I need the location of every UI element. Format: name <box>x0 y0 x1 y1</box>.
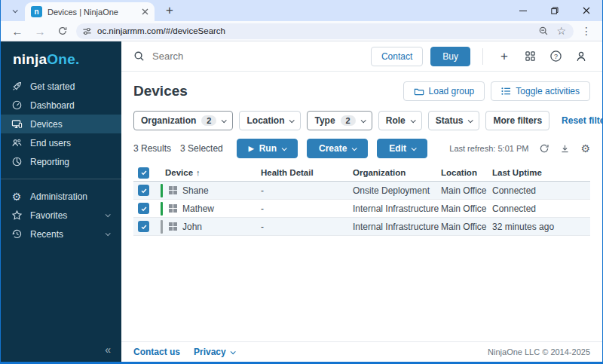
ninjaone-logo: ninjaOne. <box>1 41 121 77</box>
filter-type[interactable]: Type 2 <box>307 111 372 130</box>
dashboard-icon <box>11 99 23 111</box>
health-status-bar <box>161 202 163 216</box>
folder-icon <box>414 87 424 96</box>
run-button[interactable]: ▶ Run <box>237 139 298 158</box>
more-filters-button[interactable]: More filters <box>485 111 549 130</box>
app-top-bar: Contact Buy + ? <box>121 41 602 72</box>
sidebar-item-administration[interactable]: ⚙ Administration <box>1 187 121 206</box>
back-icon[interactable]: ← <box>8 22 26 40</box>
edit-button[interactable]: Edit <box>377 139 427 158</box>
table-header-row: Device ↑ Health Detail Organization Loca… <box>133 164 590 182</box>
forward-icon[interactable]: → <box>31 22 49 40</box>
tab-title: Devices | NinjaOne <box>47 8 136 17</box>
table-settings-gear-icon[interactable]: ⚙ <box>580 142 590 154</box>
chevron-down-icon <box>230 349 235 354</box>
sidebar-item-get-started[interactable]: Get started <box>1 77 121 96</box>
page-title: Devices <box>133 83 397 99</box>
last-uptime-cell: Connected <box>492 185 590 196</box>
column-header-health-detail[interactable]: Health Detail <box>261 168 353 177</box>
selected-count: 3 Selected <box>180 143 223 154</box>
filter-organization[interactable]: Organization 2 <box>133 111 233 130</box>
chevron-down-icon <box>222 118 227 123</box>
location-cell: Main Office <box>441 222 492 232</box>
filter-status[interactable]: Status <box>428 111 480 130</box>
location-cell: Main Office <box>441 203 492 214</box>
add-icon[interactable]: + <box>495 47 513 66</box>
footer: Contact us Privacy NinjaOne LLC © 2014-2… <box>121 341 602 362</box>
browser-tab[interactable]: n Devices | NinjaOne <box>25 2 155 21</box>
column-header-device[interactable]: Device ↑ <box>161 168 261 177</box>
column-header-last-uptime[interactable]: Last Uptime <box>492 168 590 177</box>
select-all-checkbox[interactable] <box>138 167 149 179</box>
column-header-location[interactable]: Location <box>441 168 492 177</box>
filter-location[interactable]: Location <box>239 111 301 130</box>
chevron-down-icon <box>360 118 366 123</box>
gear-icon: ⚙ <box>11 191 23 203</box>
contact-us-link[interactable]: Contact us <box>133 347 180 357</box>
end-users-icon <box>11 137 23 148</box>
sidebar-item-reporting[interactable]: Reporting <box>1 152 121 171</box>
contact-button[interactable]: Contact <box>371 47 423 66</box>
sort-ascending-icon: ↑ <box>196 168 200 177</box>
activity-list-icon <box>501 87 511 96</box>
privacy-link[interactable]: Privacy <box>194 347 234 357</box>
site-settings-icon[interactable] <box>82 26 92 36</box>
organization-cell: Internal Infrastructure <box>353 203 441 214</box>
table-row[interactable]: Shane - Onsite Deployment Main Office Co… <box>133 182 590 200</box>
ninjaone-favicon: n <box>31 6 42 17</box>
tab-close-icon[interactable] <box>142 8 148 15</box>
bookmark-star-icon[interactable]: ☆ <box>556 25 566 37</box>
device-name: John <box>182 222 202 232</box>
row-checkbox[interactable] <box>138 221 149 232</box>
sidebar-item-end-users[interactable]: End users <box>1 133 121 152</box>
sidebar-item-dashboard[interactable]: Dashboard <box>1 96 121 115</box>
new-tab-button[interactable]: + <box>161 2 179 20</box>
row-checkbox[interactable] <box>138 185 149 196</box>
download-icon[interactable] <box>560 144 570 154</box>
copyright-text: NinjaOne LLC © 2014-2025 <box>488 347 590 356</box>
create-button[interactable]: Create <box>307 139 368 158</box>
chevron-down-icon <box>412 145 417 151</box>
reload-icon[interactable] <box>54 22 72 40</box>
reset-filters-link[interactable]: Reset filters <box>562 115 603 126</box>
chrome-menu-icon[interactable]: ⋮ <box>578 25 595 37</box>
sidebar-divider <box>1 179 121 179</box>
chevron-down-icon <box>410 118 415 123</box>
sidebar-item-recents[interactable]: Recents <box>1 225 121 243</box>
health-detail-cell: - <box>261 222 353 232</box>
table-row[interactable]: Mathew - Internal Infrastructure Main Of… <box>133 200 590 218</box>
zoom-icon[interactable] <box>538 26 549 36</box>
address-bar[interactable]: oc.ninjarmm.com/#/deviceSearch ☆ <box>76 23 574 39</box>
help-icon[interactable]: ? <box>546 47 565 66</box>
toggle-activities-button[interactable]: Toggle activities <box>491 81 590 101</box>
apps-grid-icon[interactable] <box>521 47 539 66</box>
filter-role[interactable]: Role <box>378 111 422 130</box>
table-row[interactable]: John - Internal Infrastructure Main Offi… <box>133 218 590 236</box>
collapse-sidebar-icon[interactable]: « <box>1 338 121 362</box>
buy-button[interactable]: Buy <box>430 47 470 66</box>
address-bar-row: ← → oc.ninjarmm.com/#/deviceSearch ☆ ⋮ <box>1 21 602 41</box>
tab-search-chevron-icon[interactable] <box>5 2 23 20</box>
account-icon[interactable] <box>572 47 590 66</box>
star-icon <box>11 210 23 221</box>
search-icon <box>133 50 145 62</box>
column-header-organization[interactable]: Organization <box>353 168 441 177</box>
minimize-button[interactable] <box>507 0 539 21</box>
results-count: 3 Results <box>133 143 171 154</box>
rocket-icon <box>11 81 23 92</box>
refresh-icon[interactable] <box>539 143 549 154</box>
sidebar-item-devices[interactable]: Devices <box>1 115 121 133</box>
global-search-input[interactable] <box>152 50 363 62</box>
browser-window: n Devices | NinjaOne + ← → oc. <box>0 0 603 364</box>
devices-table: Device ↑ Health Detail Organization Loca… <box>133 164 590 236</box>
chevron-down-icon <box>106 231 111 236</box>
restore-button[interactable] <box>539 0 571 21</box>
device-name: Mathew <box>182 203 214 214</box>
organization-cell: Internal Infrastructure <box>353 222 441 232</box>
windows-icon <box>169 222 177 231</box>
close-window-button[interactable] <box>571 0 602 21</box>
sidebar-item-favorites[interactable]: Favorites <box>1 206 121 225</box>
load-group-button[interactable]: Load group <box>403 81 485 101</box>
row-checkbox[interactable] <box>138 203 149 214</box>
chevron-down-icon <box>352 145 357 151</box>
